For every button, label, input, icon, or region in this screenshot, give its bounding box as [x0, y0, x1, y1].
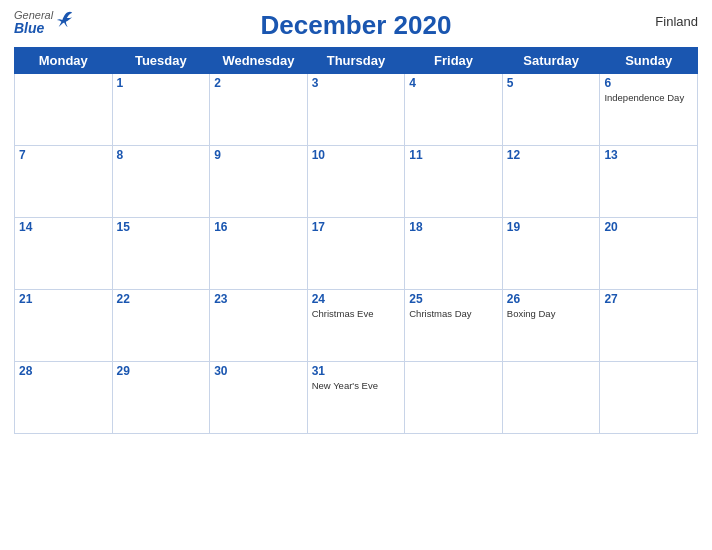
calendar-day-cell: 14 [15, 218, 113, 290]
day-number: 28 [19, 364, 108, 378]
day-event: Independence Day [604, 92, 693, 103]
calendar-day-cell: 22 [112, 290, 210, 362]
day-number: 27 [604, 292, 693, 306]
calendar-day-cell: 18 [405, 218, 503, 290]
logo: General Blue [14, 10, 53, 35]
calendar-day-cell: 5 [502, 74, 600, 146]
calendar-day-cell: 7 [15, 146, 113, 218]
day-number: 29 [117, 364, 206, 378]
day-number: 19 [507, 220, 596, 234]
day-number: 31 [312, 364, 401, 378]
weekday-header-thursday: Thursday [307, 48, 405, 74]
weekday-header-tuesday: Tuesday [112, 48, 210, 74]
calendar-day-cell: 19 [502, 218, 600, 290]
calendar-header: General Blue December 2020 Finland [14, 10, 698, 41]
calendar-day-cell: 13 [600, 146, 698, 218]
day-number: 21 [19, 292, 108, 306]
day-event: Boxing Day [507, 308, 596, 319]
weekday-header-saturday: Saturday [502, 48, 600, 74]
day-number: 15 [117, 220, 206, 234]
calendar-container: General Blue December 2020 Finland Monda… [0, 0, 712, 550]
calendar-day-cell: 24Christmas Eve [307, 290, 405, 362]
day-number: 9 [214, 148, 303, 162]
calendar-day-cell: 10 [307, 146, 405, 218]
weekday-header-sunday: Sunday [600, 48, 698, 74]
day-number: 18 [409, 220, 498, 234]
calendar-day-cell: 23 [210, 290, 308, 362]
calendar-day-cell: 27 [600, 290, 698, 362]
day-number: 7 [19, 148, 108, 162]
day-number: 12 [507, 148, 596, 162]
calendar-day-cell: 20 [600, 218, 698, 290]
day-number: 3 [312, 76, 401, 90]
logo-blue-text: Blue [14, 21, 44, 35]
day-number: 5 [507, 76, 596, 90]
calendar-day-cell: 16 [210, 218, 308, 290]
calendar-day-cell: 6Independence Day [600, 74, 698, 146]
weekday-header-wednesday: Wednesday [210, 48, 308, 74]
day-number: 2 [214, 76, 303, 90]
calendar-week-row: 21222324Christmas Eve25Christmas Day26Bo… [15, 290, 698, 362]
calendar-day-cell: 31New Year's Eve [307, 362, 405, 434]
calendar-day-cell: 21 [15, 290, 113, 362]
logo-bird-icon [56, 10, 74, 28]
calendar-day-cell: 2 [210, 74, 308, 146]
day-number: 23 [214, 292, 303, 306]
weekday-header-monday: Monday [15, 48, 113, 74]
calendar-day-cell: 3 [307, 74, 405, 146]
weekday-header-row: MondayTuesdayWednesdayThursdayFridaySatu… [15, 48, 698, 74]
day-number: 26 [507, 292, 596, 306]
country-label: Finland [655, 14, 698, 29]
day-number: 1 [117, 76, 206, 90]
day-number: 17 [312, 220, 401, 234]
day-event: New Year's Eve [312, 380, 401, 391]
day-number: 14 [19, 220, 108, 234]
weekday-header-friday: Friday [405, 48, 503, 74]
calendar-day-cell: 4 [405, 74, 503, 146]
calendar-title: December 2020 [261, 10, 452, 41]
calendar-week-row: 78910111213 [15, 146, 698, 218]
calendar-day-cell: 11 [405, 146, 503, 218]
calendar-day-cell [502, 362, 600, 434]
calendar-day-cell [600, 362, 698, 434]
calendar-day-cell [15, 74, 113, 146]
calendar-day-cell: 8 [112, 146, 210, 218]
day-number: 11 [409, 148, 498, 162]
day-number: 24 [312, 292, 401, 306]
day-number: 22 [117, 292, 206, 306]
day-number: 20 [604, 220, 693, 234]
calendar-day-cell: 25Christmas Day [405, 290, 503, 362]
calendar-day-cell: 30 [210, 362, 308, 434]
calendar-week-row: 123456Independence Day [15, 74, 698, 146]
calendar-week-row: 14151617181920 [15, 218, 698, 290]
day-number: 6 [604, 76, 693, 90]
calendar-day-cell [405, 362, 503, 434]
day-number: 30 [214, 364, 303, 378]
day-number: 8 [117, 148, 206, 162]
day-event: Christmas Eve [312, 308, 401, 319]
calendar-day-cell: 15 [112, 218, 210, 290]
day-number: 4 [409, 76, 498, 90]
calendar-day-cell: 12 [502, 146, 600, 218]
calendar-day-cell: 9 [210, 146, 308, 218]
calendar-day-cell: 28 [15, 362, 113, 434]
day-event: Christmas Day [409, 308, 498, 319]
calendar-day-cell: 1 [112, 74, 210, 146]
calendar-day-cell: 26Boxing Day [502, 290, 600, 362]
day-number: 13 [604, 148, 693, 162]
day-number: 16 [214, 220, 303, 234]
day-number: 25 [409, 292, 498, 306]
calendar-day-cell: 29 [112, 362, 210, 434]
calendar-week-row: 28293031New Year's Eve [15, 362, 698, 434]
calendar-table: MondayTuesdayWednesdayThursdayFridaySatu… [14, 47, 698, 434]
calendar-day-cell: 17 [307, 218, 405, 290]
day-number: 10 [312, 148, 401, 162]
